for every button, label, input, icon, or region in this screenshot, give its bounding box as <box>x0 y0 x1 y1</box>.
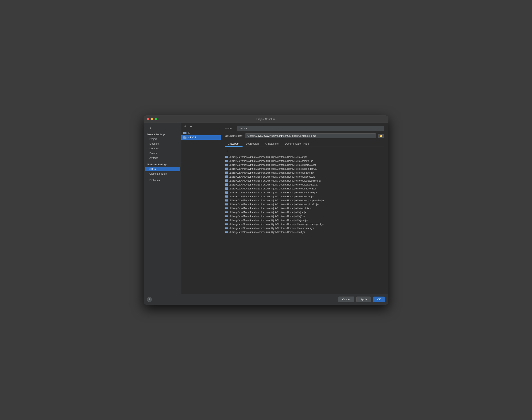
platform-settings-header: Platform Settings <box>144 162 181 167</box>
jar-icon <box>225 164 228 166</box>
jar-icon <box>225 175 228 178</box>
classpath-list-item[interactable]: /Library/Java/JavaVirtualMachines/zulu-8… <box>225 159 384 163</box>
sidebar-item-global-libraries[interactable]: Global Libraries <box>145 172 180 176</box>
jar-icon <box>225 160 228 162</box>
close-button[interactable] <box>147 118 149 120</box>
cancel-button[interactable]: Cancel <box>338 297 354 302</box>
title-bar: Project Structure <box>144 115 388 123</box>
name-input[interactable] <box>237 126 384 131</box>
classpath-list-item[interactable]: /Library/Java/JavaVirtualMachines/zulu-8… <box>225 218 384 222</box>
classpath-list-item[interactable]: /Library/Java/JavaVirtualMachines/zulu-8… <box>225 167 384 171</box>
jar-icon <box>225 179 228 182</box>
minimize-button[interactable] <box>151 118 153 120</box>
jar-icon <box>225 207 228 210</box>
window-title: Project Structure <box>256 118 276 120</box>
jar-icon <box>225 199 228 202</box>
folder-icon <box>183 132 186 134</box>
jar-icon <box>225 183 228 186</box>
project-structure-window: Project Structure ‹ › Project Settings P… <box>144 115 388 305</box>
tab-classpath[interactable]: Classpath <box>225 141 242 147</box>
jar-icon <box>225 187 228 190</box>
name-row: Name: <box>225 126 384 131</box>
jar-icon <box>225 215 228 218</box>
browse-icon: 📁 <box>380 135 383 137</box>
jar-icon <box>225 167 228 170</box>
ok-button[interactable]: OK <box>373 297 385 302</box>
classpath-list-item[interactable]: /Library/Java/JavaVirtualMachines/zulu-8… <box>225 195 384 198</box>
nav-forward-button[interactable]: › <box>149 126 152 130</box>
sdk-add-button[interactable]: + <box>183 124 188 129</box>
tab-documentation[interactable]: Documentation Paths <box>282 141 313 147</box>
help-button[interactable]: ? <box>147 297 152 302</box>
classpath-list-item[interactable]: /Library/Java/JavaVirtualMachines/zulu-8… <box>225 187 384 191</box>
sdk-list-toolbar: + − <box>181 123 221 130</box>
jdk-home-row: JDK home path: 📁 <box>225 133 384 138</box>
jar-icon <box>225 211 228 214</box>
classpath-list-item[interactable]: /Library/Java/JavaVirtualMachines/zulu-8… <box>225 183 384 187</box>
classpath-list-item[interactable]: /Library/Java/JavaVirtualMachines/zulu-8… <box>225 230 384 234</box>
classpath-list-item[interactable]: /Library/Java/JavaVirtualMachines/zulu-8… <box>225 207 384 210</box>
detail-panel: Name: JDK home path: 📁 Classpath Sourcep… <box>221 123 388 294</box>
main-content: + − 17 zulu-1.8 Na <box>181 123 388 294</box>
classpath-list-item[interactable]: /Library/Java/JavaVirtualMachines/zulu-8… <box>225 214 384 218</box>
classpath-list-item[interactable]: /Library/Java/JavaVirtualMachines/zulu-8… <box>225 191 384 195</box>
sidebar-separator-2 <box>144 176 181 178</box>
jdk-home-label: JDK home path: <box>225 134 243 137</box>
classpath-toolbar: + − <box>225 149 384 153</box>
tab-sourcepath[interactable]: Sourcepath <box>242 141 262 147</box>
project-settings-header: Project Settings <box>144 132 181 137</box>
sdk-item-17[interactable]: 17 <box>181 131 221 135</box>
sidebar-item-modules[interactable]: Modules <box>145 142 180 146</box>
sidebar-item-problems[interactable]: Problems <box>145 178 180 182</box>
jar-icon <box>225 223 228 225</box>
traffic-lights <box>147 118 157 120</box>
sdk-list-panel: + − 17 zulu-1.8 <box>181 123 221 294</box>
jar-icon <box>225 171 228 174</box>
classpath-list: /Library/Java/JavaVirtualMachines/zulu-8… <box>225 155 384 291</box>
classpath-list-item[interactable]: /Library/Java/JavaVirtualMachines/zulu-8… <box>225 155 384 159</box>
jar-icon <box>225 203 228 206</box>
sidebar-item-project[interactable]: Project <box>145 137 180 141</box>
jdk-home-input[interactable] <box>245 133 376 138</box>
classpath-add-button[interactable]: + <box>225 149 229 153</box>
nav-toolbar: ‹ › <box>144 125 181 132</box>
jar-icon <box>225 156 228 158</box>
classpath-list-item[interactable]: /Library/Java/JavaVirtualMachines/zulu-8… <box>225 226 384 230</box>
sidebar-item-artifacts[interactable]: Artifacts <box>145 156 180 160</box>
jar-icon <box>225 191 228 194</box>
jar-icon <box>225 219 228 222</box>
window-body: ‹ › Project Settings Project Modules Lib… <box>144 123 388 294</box>
jar-icon <box>225 231 228 234</box>
classpath-list-item[interactable]: /Library/Java/JavaVirtualMachines/zulu-8… <box>225 179 384 183</box>
jar-icon <box>225 195 228 198</box>
classpath-list-item[interactable]: /Library/Java/JavaVirtualMachines/zulu-8… <box>225 222 384 226</box>
jar-icon <box>225 227 228 230</box>
classpath-list-item[interactable]: /Library/Java/JavaVirtualMachines/zulu-8… <box>225 210 384 214</box>
folder-icon <box>183 136 186 139</box>
sidebar-separator <box>144 160 181 162</box>
sdk-item-zulu18[interactable]: zulu-1.8 <box>181 135 221 140</box>
sidebar: ‹ › Project Settings Project Modules Lib… <box>144 123 181 294</box>
tabs: Classpath Sourcepath Annotations Documen… <box>225 141 384 147</box>
nav-back-button[interactable]: ‹ <box>145 126 148 130</box>
tab-annotations[interactable]: Annotations <box>262 141 282 147</box>
sdk-list: 17 zulu-1.8 <box>181 130 221 294</box>
sidebar-item-libraries[interactable]: Libraries <box>145 146 180 151</box>
apply-button[interactable]: Apply <box>356 297 371 302</box>
classpath-list-item[interactable]: /Library/Java/JavaVirtualMachines/zulu-8… <box>225 171 384 175</box>
classpath-list-item[interactable]: /Library/Java/JavaVirtualMachines/zulu-8… <box>225 198 384 202</box>
sidebar-item-sdks[interactable]: SDKs <box>145 167 180 171</box>
sdk-remove-button[interactable]: − <box>188 124 193 129</box>
classpath-list-item[interactable]: /Library/Java/JavaVirtualMachines/zulu-8… <box>225 175 384 179</box>
sidebar-item-facets[interactable]: Facets <box>145 151 180 155</box>
classpath-list-item[interactable]: /Library/Java/JavaVirtualMachines/zulu-8… <box>225 163 384 167</box>
bottom-bar: ? Cancel Apply OK <box>144 294 388 305</box>
maximize-button[interactable] <box>155 118 157 120</box>
name-label: Name: <box>225 127 235 130</box>
classpath-remove-button[interactable]: − <box>230 149 235 153</box>
classpath-list-item[interactable]: /Library/Java/JavaVirtualMachines/zulu-8… <box>225 202 384 207</box>
jdk-home-browse-button[interactable]: 📁 <box>378 134 384 138</box>
